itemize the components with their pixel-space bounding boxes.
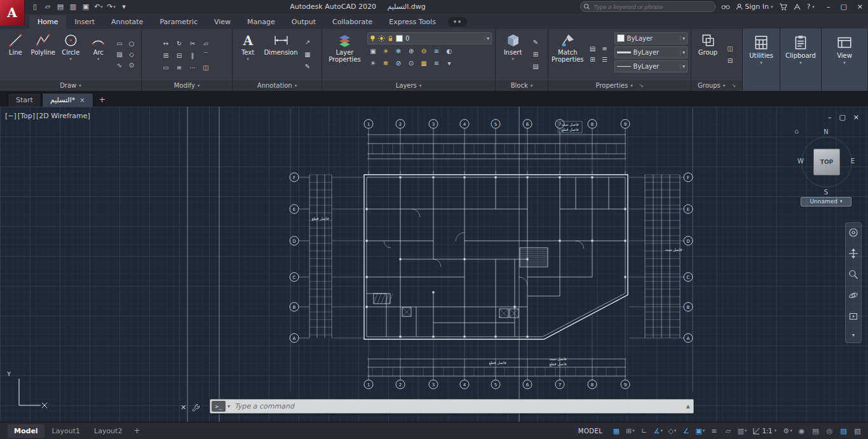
ribbon-tab-parametric[interactable]: Parametric: [151, 15, 206, 29]
model-space-canvas[interactable]: 112233445566778899FFEEDDCCBBAAفاصل تمددف…: [0, 107, 868, 422]
lineweight-toggle[interactable]: ≡: [707, 425, 721, 436]
restore-button[interactable]: ▢: [840, 3, 846, 11]
layer-tool-b-0-icon[interactable]: ☀: [367, 58, 379, 69]
insert-button[interactable]: Insert ▾: [499, 30, 527, 62]
ribbon-more-tools-button[interactable]: [448, 17, 467, 27]
command-line[interactable]: >_ ▾ Type a command ▲: [210, 399, 694, 414]
layer-properties-button[interactable]: Layer Properties: [325, 30, 364, 63]
block-panel-label[interactable]: Block▾: [496, 81, 548, 91]
navbar-more-caret-icon[interactable]: ▾: [852, 332, 855, 338]
layer-dropdown[interactable]: 0 ▾: [367, 32, 492, 44]
layer-tool-a-3-icon[interactable]: ⊕: [405, 46, 417, 57]
viewcube-west[interactable]: W: [797, 158, 804, 165]
layout-tab-layout2[interactable]: Layout2: [88, 424, 128, 438]
draw-tool-4-icon[interactable]: ∿: [114, 60, 125, 70]
minimize-button[interactable]: –: [827, 3, 831, 11]
file-tab[interactable]: Start: [8, 93, 41, 107]
draw-tool-1-icon[interactable]: ○: [126, 38, 137, 48]
pan-icon[interactable]: [848, 248, 858, 259]
text-flyout-caret-icon[interactable]: ▾: [247, 57, 249, 62]
dimension-button[interactable]: Dimension: [263, 30, 299, 56]
ribbon-tab-insert[interactable]: Insert: [66, 15, 103, 29]
line-button[interactable]: Line: [3, 30, 27, 56]
viewcube-east[interactable]: E: [851, 158, 855, 165]
full-navigation-wheel-icon[interactable]: [848, 227, 858, 238]
help-menu[interactable]: ? ▾: [807, 3, 815, 11]
ribbon-tab-home[interactable]: Home: [29, 15, 66, 29]
annotation-tool-0-icon[interactable]: ↗: [302, 37, 313, 48]
ribbon-tab-collaborate[interactable]: Collaborate: [324, 15, 381, 29]
utilities-button[interactable]: Utilities ▾: [746, 30, 776, 65]
layer-tool-a-0-icon[interactable]: ▣: [367, 46, 379, 57]
quick-properties-toggle[interactable]: ▤: [809, 425, 822, 436]
circle-button[interactable]: Circle ▾: [58, 30, 83, 62]
modify-tool-5-icon[interactable]: ⊟: [173, 50, 185, 60]
clipboard-button[interactable]: Clipboard ▾: [783, 30, 818, 65]
block-tool-1-icon[interactable]: ⊞: [530, 50, 541, 60]
command-input[interactable]: Type a command: [234, 402, 294, 410]
drawing-floor-plan[interactable]: 112233445566778899FFEEDDCCBBAAفاصل تمددف…: [0, 107, 868, 422]
layout-tab-model[interactable]: Model: [8, 424, 44, 438]
layer-tool-a-2-icon[interactable]: ❄: [393, 46, 404, 57]
viewport-minimize-control[interactable]: [−]: [5, 112, 17, 120]
groups-tool-1-icon[interactable]: ⊟: [724, 55, 736, 65]
draw-tool-3-icon[interactable]: ◇: [126, 49, 137, 59]
ortho-mode-toggle[interactable]: ∟: [637, 425, 651, 436]
layer-tool-b-6-icon[interactable]: ▾: [444, 58, 455, 69]
annotation-panel-label[interactable]: Annotation▾: [233, 81, 322, 91]
annotation-monitor-toggle[interactable]: ◉: [795, 425, 808, 436]
file-tab-close-icon[interactable]: ×: [79, 97, 85, 104]
layer-tool-b-4-icon[interactable]: ▦: [418, 58, 430, 69]
ribbon-tab-manage[interactable]: Manage: [239, 15, 283, 29]
layout-tab-layout1[interactable]: Layout1: [46, 424, 86, 438]
command-history-arrow-icon[interactable]: ▲: [686, 403, 690, 409]
undo-button[interactable]: ↶▾: [93, 1, 104, 13]
modify-tool-6-icon[interactable]: ∥: [187, 50, 198, 60]
cart-icon[interactable]: [779, 3, 787, 11]
viewcube[interactable]: ⌂ N W E S TOP Unnamed ▾: [797, 128, 855, 208]
selection-cycling-toggle[interactable]: ▥▾: [735, 425, 749, 436]
groups-tool-0-icon[interactable]: ◫: [724, 43, 736, 53]
share-icon[interactable]: [793, 3, 801, 11]
command-recent-caret-icon[interactable]: ▾: [227, 403, 230, 409]
snap-mode-toggle[interactable]: ⊞▾: [623, 425, 637, 436]
layer-tool-a-4-icon[interactable]: ⊖: [418, 46, 430, 57]
modify-tool-0-icon[interactable]: ↔: [160, 38, 172, 48]
command-line-close-icon[interactable]: ✕: [180, 403, 186, 412]
annotation-tool-1-icon[interactable]: ▦: [302, 50, 313, 60]
modify-tool-9-icon[interactable]: ≡: [173, 62, 185, 72]
block-tool-0-icon[interactable]: ✎: [530, 37, 541, 48]
properties-tool-1-icon[interactable]: ≡: [599, 44, 611, 54]
view-button[interactable]: View ▾: [827, 30, 862, 65]
orbit-icon[interactable]: [848, 290, 858, 301]
circle-flyout-caret-icon[interactable]: ▾: [70, 57, 72, 62]
annotation-scale-control[interactable]: 1:1 ▾: [749, 428, 780, 435]
search-input[interactable]: [580, 1, 715, 12]
object-snap-toggle[interactable]: ▣▾: [693, 425, 707, 436]
workspace-switching-toggle[interactable]: ⚙▾: [781, 425, 794, 436]
groups-dialog-launcher-icon[interactable]: ↘: [731, 83, 736, 88]
ribbon-tab-output[interactable]: Output: [283, 15, 324, 29]
clean-screen-toggle[interactable]: ▧: [851, 425, 864, 436]
modify-tool-7-icon[interactable]: ⌒: [200, 50, 212, 60]
properties-dialog-launcher-icon[interactable]: ↘: [639, 83, 644, 88]
lineweight-dropdown[interactable]: ByLayer ▾: [614, 46, 688, 58]
new-file-tab-button[interactable]: +: [97, 94, 108, 105]
viewcube-south[interactable]: S: [797, 189, 855, 196]
layer-tool-a-6-icon[interactable]: ◐: [444, 46, 455, 57]
plot-button[interactable]: ▣: [80, 1, 92, 13]
properties-tool-3-icon[interactable]: ☰: [599, 55, 611, 65]
viewcube-north[interactable]: N: [797, 128, 855, 135]
show-motion-icon[interactable]: [848, 311, 858, 321]
arc-button[interactable]: Arc ▾: [86, 30, 111, 62]
modify-tool-11-icon[interactable]: ◫: [200, 62, 212, 72]
modify-tool-2-icon[interactable]: ✂: [187, 38, 198, 48]
ribbon-tab-annotate[interactable]: Annotate: [103, 15, 151, 29]
layer-tool-a-1-icon[interactable]: ☀: [380, 46, 391, 57]
viewport-view-control[interactable]: [Top]: [18, 112, 35, 120]
close-button[interactable]: ×: [857, 3, 863, 11]
block-tool-2-icon[interactable]: ▤: [530, 62, 541, 72]
draw-tool-2-icon[interactable]: ▨: [114, 49, 125, 59]
viewcube-top-face[interactable]: TOP: [813, 149, 840, 175]
zoom-icon[interactable]: [848, 269, 858, 280]
